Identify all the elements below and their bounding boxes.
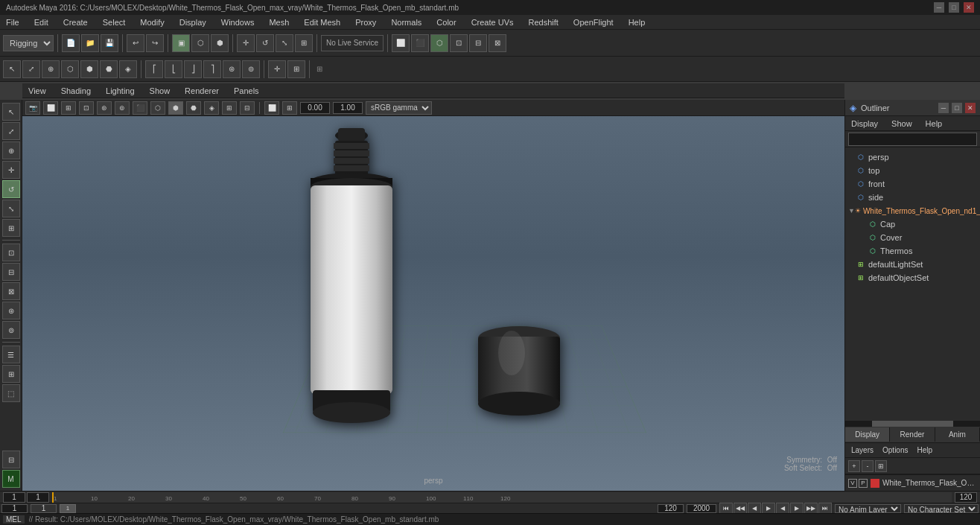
- shape-soft[interactable]: ⬣: [100, 60, 118, 78]
- start-frame-input[interactable]: [3, 492, 25, 503]
- render-view-btn[interactable]: ☰: [2, 346, 20, 363]
- tree-item-top[interactable]: ⬡ top: [845, 164, 980, 177]
- scale-btn[interactable]: ⤡: [276, 34, 293, 52]
- cross-btn[interactable]: ⊞: [287, 60, 305, 78]
- frame-key-btn[interactable]: 1: [60, 504, 76, 513]
- tree-item-objectset[interactable]: ⊞ defaultObjectSet: [845, 271, 980, 284]
- vp-shade4-btn[interactable]: ⬣: [186, 101, 201, 115]
- outliner-menu-help[interactable]: Help: [923, 118, 946, 130]
- tree-item-scene[interactable]: ▼ ☀ White_Thermos_Flask_Open_nd1_1: [845, 204, 980, 217]
- end-frame-input[interactable]: [955, 492, 977, 503]
- outliner-search-input[interactable]: [848, 133, 977, 146]
- shape-cage[interactable]: ⬢: [80, 60, 98, 78]
- layer-menu-options[interactable]: Options: [879, 445, 911, 456]
- universal-tool-btn[interactable]: ⊞: [2, 219, 20, 237]
- minimize-btn[interactable]: ─: [934, 2, 944, 13]
- outliner-close[interactable]: ✕: [965, 103, 976, 113]
- new-btn[interactable]: 📄: [62, 34, 80, 52]
- lasso-btn[interactable]: ⬡: [191, 34, 209, 52]
- history-btn[interactable]: ⊚: [2, 321, 20, 339]
- anim-btn[interactable]: ⊡: [450, 34, 468, 52]
- frame-tick-input[interactable]: [31, 504, 57, 513]
- scale-tool-btn[interactable]: ⤡: [2, 200, 20, 217]
- current-frame-input[interactable]: [27, 492, 49, 503]
- vp-float-input[interactable]: 1.00: [333, 102, 363, 114]
- sculpt-btn[interactable]: ⊟: [2, 263, 20, 281]
- anim-layer-select[interactable]: No Anim Layer: [835, 504, 901, 513]
- vp-camera-btn[interactable]: 📷: [25, 101, 40, 115]
- layer-btn[interactable]: ⬚: [2, 384, 20, 402]
- vp-hud-btn[interactable]: ⊞: [282, 101, 297, 115]
- vp-color-mode[interactable]: sRGB gamma: [366, 101, 432, 115]
- vp-shade3-btn[interactable]: ⬢: [168, 101, 183, 115]
- gpu-btn[interactable]: ⬡: [430, 34, 448, 52]
- paint-btn[interactable]: ⬢: [211, 34, 229, 52]
- open-btn[interactable]: 📁: [81, 34, 99, 52]
- render2-btn[interactable]: ⊠: [489, 34, 506, 52]
- menu-create-uvs[interactable]: Create UVs: [468, 16, 517, 28]
- maya-logo-btn[interactable]: M: [2, 470, 20, 488]
- menu-normals[interactable]: Normals: [388, 16, 424, 28]
- tree-item-cover[interactable]: ⬡ Cover: [845, 231, 980, 244]
- view-lighting[interactable]: Lighting: [103, 85, 138, 97]
- universal-btn[interactable]: ⊞: [295, 34, 313, 52]
- tree-item-persp[interactable]: ⬡ persp: [845, 150, 980, 164]
- channel-btn[interactable]: ⊞: [2, 365, 20, 383]
- layer-menu-help[interactable]: Help: [914, 445, 935, 456]
- vp-color-input[interactable]: 0.00: [300, 102, 330, 114]
- menu-edit[interactable]: Edit: [31, 16, 51, 28]
- deform3-btn[interactable]: ⎦: [184, 60, 202, 78]
- render-btn[interactable]: ⬛: [411, 34, 429, 52]
- outliner-menu-show[interactable]: Show: [888, 118, 915, 130]
- shape-lasso[interactable]: ⤢: [22, 60, 40, 78]
- outliner-maximize[interactable]: □: [952, 103, 962, 113]
- deform-btn[interactable]: ⎡: [145, 60, 163, 78]
- vp-isolate-btn[interactable]: ⬜: [43, 101, 58, 115]
- deform2-btn[interactable]: ⎣: [165, 60, 182, 78]
- tree-item-front[interactable]: ⬡ front: [845, 177, 980, 191]
- vp-grid-btn[interactable]: ⊞: [61, 101, 76, 115]
- view-show[interactable]: Show: [147, 85, 174, 97]
- layer-delete-btn[interactable]: -: [862, 460, 874, 472]
- vp-xray-btn[interactable]: ◈: [204, 101, 219, 115]
- rotate-tool-btn[interactable]: ↺: [2, 180, 20, 198]
- viewport[interactable]: 📷 ⬜ ⊞ ⊡ ⊛ ⊚ ⬛ ⬡ ⬢ ⬣ ◈ ⊞ ⊟ ⬜ ⊞ 0.00 1.00 …: [22, 100, 844, 491]
- frame-num-input[interactable]: [1, 504, 28, 513]
- vp-shade1-btn[interactable]: ⬛: [133, 101, 147, 115]
- rotate-btn[interactable]: ↺: [256, 34, 274, 52]
- select-tool-btn[interactable]: ↖: [2, 103, 20, 121]
- layer-pickable-btn[interactable]: P: [859, 479, 868, 488]
- shape-paint[interactable]: ⊕: [42, 60, 60, 78]
- layer-options-btn[interactable]: ⊞: [875, 460, 887, 472]
- sim-btn[interactable]: ⊟: [469, 34, 487, 52]
- tab-render[interactable]: Render: [890, 427, 935, 442]
- layer-color-swatch[interactable]: [871, 479, 879, 488]
- move-btn[interactable]: ✛: [237, 34, 255, 52]
- view-renderer[interactable]: Renderer: [182, 85, 222, 97]
- menu-file[interactable]: File: [3, 16, 22, 28]
- vp-shade2-btn[interactable]: ⬡: [150, 101, 165, 115]
- vp-heads-btn[interactable]: ⊛: [97, 101, 112, 115]
- menu-edit-mesh[interactable]: Edit Mesh: [301, 16, 343, 28]
- outliner-minimize[interactable]: ─: [938, 103, 949, 113]
- save-btn[interactable]: 💾: [101, 34, 118, 52]
- undo-btn[interactable]: ↩: [127, 34, 144, 52]
- lattice-btn[interactable]: ⊠: [2, 282, 20, 300]
- close-btn[interactable]: ✕: [964, 2, 974, 13]
- vp-res-btn[interactable]: ⊟: [240, 101, 255, 115]
- layer-menu-layers[interactable]: Layers: [848, 445, 876, 456]
- cam-btn[interactable]: ⬜: [392, 34, 410, 52]
- tree-item-thermos[interactable]: ⬡ Thermos: [845, 244, 980, 258]
- vp-snap-btn[interactable]: ⊡: [79, 101, 94, 115]
- end-frame-right-input[interactable]: [658, 504, 684, 513]
- vp-normals-btn[interactable]: ⊚: [115, 101, 130, 115]
- move-tool-btn[interactable]: ✛: [2, 161, 20, 179]
- menu-windows[interactable]: Windows: [218, 16, 258, 28]
- layer-visible-btn[interactable]: V: [848, 479, 857, 488]
- snap-btn[interactable]: ⊡: [2, 244, 20, 261]
- mode-select[interactable]: Rigging: [3, 35, 54, 51]
- vp-env-btn[interactable]: ⬜: [264, 101, 279, 115]
- lasso-tool-btn[interactable]: ⤢: [2, 122, 20, 140]
- plus-btn[interactable]: ✛: [268, 60, 286, 78]
- maximize-btn[interactable]: □: [949, 2, 959, 13]
